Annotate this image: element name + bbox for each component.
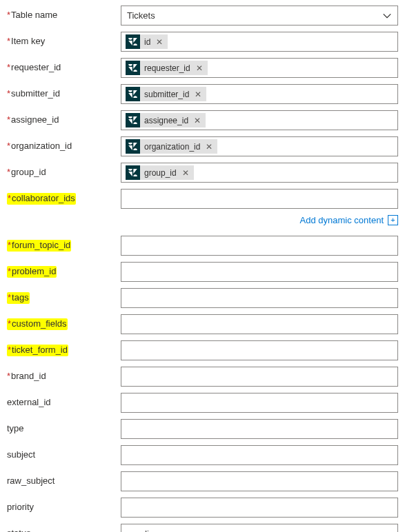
form-row: *problem_id [7,262,398,282]
text-input[interactable] [121,262,398,282]
field-label-text: Item key [11,36,45,46]
token-remove-icon[interactable]: ✕ [204,139,217,154]
text-input[interactable] [121,314,398,334]
field-label-highlight: *collaborator_ids [7,193,76,205]
token-label: submitter_id [140,87,193,101]
form-row: *Item key id ✕ [7,32,398,52]
field-label-text: subject [7,449,35,460]
dynamic-content-input[interactable]: organization_id ✕ [121,136,398,156]
text-input[interactable] [121,393,398,413]
text-input[interactable] [121,498,398,518]
field-label-text: type [7,423,24,433]
field-label: priority [7,498,121,513]
chevron-down-icon [382,11,392,21]
field-label-highlight: *ticket_form_id [7,345,68,356]
zendesk-icon [126,87,140,101]
field-label: raw_subject [7,471,121,487]
dynamic-token[interactable]: organization_id ✕ [126,139,217,154]
field-label-text: group_id [11,167,46,177]
dynamic-token[interactable]: submitter_id ✕ [126,87,206,101]
required-asterisk: * [7,141,10,151]
form-row: *forum_topic_id [7,236,398,256]
required-asterisk: * [7,62,10,72]
field-label-text: assignee_id [11,114,59,125]
zendesk-icon [126,34,140,49]
text-input[interactable] [121,419,398,439]
zendesk-icon [126,113,140,127]
select-value: Tickets [127,10,382,21]
form-row: *collaborator_ids [7,189,398,209]
form-row: priority [7,498,398,518]
form-row: status pending [7,524,398,532]
form-row: type [7,419,398,439]
field-label-text: priority [7,502,34,512]
text-input[interactable] [121,367,398,387]
field-label-highlight: *forum_topic_id [7,240,71,252]
token-remove-icon[interactable]: ✕ [192,113,206,127]
table-name-select[interactable]: Tickets [121,6,398,25]
field-label: status [7,524,121,532]
required-asterisk: * [7,36,10,46]
field-label: *Table name [7,6,121,21]
field-label: *problem_id [7,262,121,277]
token-remove-icon[interactable]: ✕ [195,61,208,75]
token-remove-icon[interactable]: ✕ [155,34,168,49]
field-label: *custom_fields [7,314,121,329]
field-label-text: external_id [7,397,51,407]
field-label-text: Table name [11,10,57,20]
add-dynamic-content-label: Add dynamic content [300,215,384,225]
form-row: *custom_fields [7,314,398,334]
form-row: *requester_id requester_id ✕ [7,58,398,78]
dynamic-content-input[interactable]: group_id ✕ [121,163,398,183]
text-input[interactable] [121,236,398,256]
zendesk-icon [126,139,140,154]
token-label: group_id [140,165,181,180]
field-label-text: submitter_id [11,88,60,99]
field-label-text: status [7,528,31,532]
token-remove-icon[interactable]: ✕ [193,87,206,101]
dynamic-token[interactable]: id ✕ [126,34,168,49]
field-label: *ticket_form_id [7,340,121,356]
field-label-highlight: *tags [7,292,30,304]
form-row: external_id [7,393,398,413]
dynamic-content-input[interactable]: id ✕ [121,32,398,52]
form-row: *assignee_id assignee_id ✕ [7,110,398,130]
text-input[interactable] [121,340,398,360]
required-asterisk: * [7,167,10,177]
text-input[interactable] [121,189,398,209]
required-asterisk: * [7,88,10,99]
text-input[interactable]: pending [121,524,398,532]
form-row: raw_subject [7,471,398,491]
form-row: *organization_id organization_id ✕ [7,136,398,156]
form-row: *brand_id [7,367,398,387]
add-dynamic-content-link[interactable]: Add dynamic content + [300,215,398,225]
text-input[interactable] [121,471,398,491]
field-label-text: brand_id [11,371,46,381]
plus-icon: + [388,215,398,225]
field-label: *collaborator_ids [7,189,121,204]
form-row: *tags [7,288,398,308]
field-label-highlight: *problem_id [7,266,57,278]
dynamic-token[interactable]: requester_id ✕ [126,61,208,75]
token-label: organization_id [140,139,204,154]
field-label: *tags [7,288,121,303]
field-label: *forum_topic_id [7,236,121,251]
input-value: pending [127,529,159,532]
zendesk-icon [126,61,140,75]
field-label: *brand_id [7,367,121,382]
dynamic-token[interactable]: assignee_id ✕ [126,113,206,127]
token-remove-icon[interactable]: ✕ [181,165,194,180]
required-asterisk: * [7,371,10,381]
dynamic-content-input[interactable]: assignee_id ✕ [121,110,398,130]
form-row: subject [7,445,398,465]
token-label: requester_id [140,61,195,75]
dynamic-token[interactable]: group_id ✕ [126,165,194,180]
add-dynamic-content-row: Add dynamic content + [7,215,398,225]
field-label: *requester_id [7,58,121,73]
form-row: *ticket_form_id [7,340,398,360]
text-input[interactable] [121,288,398,308]
token-label: id [140,34,155,49]
dynamic-content-input[interactable]: requester_id ✕ [121,58,398,78]
dynamic-content-input[interactable]: submitter_id ✕ [121,84,398,104]
text-input[interactable] [121,445,398,465]
